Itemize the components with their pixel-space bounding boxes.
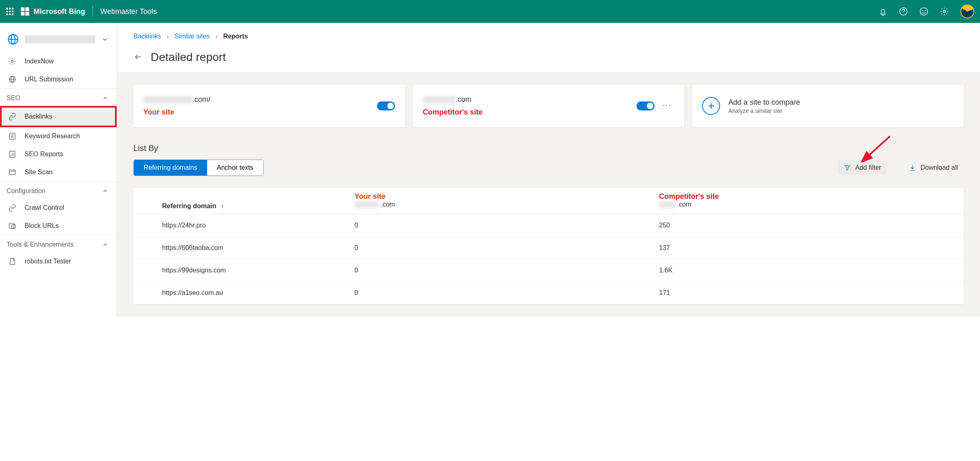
download-label: Download all [920,164,958,171]
add-subtitle: Analyze a similar site [728,108,800,114]
settings-icon[interactable] [940,7,949,16]
table-row[interactable]: https://99designs.com01.6K [133,259,964,282]
back-icon[interactable] [133,52,142,63]
group-label: Configuration [7,187,45,195]
competitor-card: .com Competitor's site ⋮ [413,85,684,127]
col-referring-domain[interactable]: Referring domain ↑ [133,202,355,210]
sidebar-item-label: IndexNow [25,58,54,65]
top-header: Microsoft Bing Webmaster Tools [0,0,980,23]
competitor-toggle[interactable] [637,101,655,110]
table-row[interactable]: https://24hr.pro0250 [133,214,964,237]
site-selector[interactable] [0,30,117,52]
download-icon [909,164,916,171]
sidebar-item-keyword[interactable]: Keyword Research [0,127,117,145]
brand-text: Microsoft Bing [34,7,85,16]
sidebar-item-seo-reports[interactable]: SEO Reports [0,145,117,163]
sidebar-item-backlinks[interactable]: Backlinks [0,106,117,127]
svg-rect-5 [12,11,14,12]
svg-rect-7 [9,13,11,15]
annotation-arrow [861,134,894,163]
group-label: Tools & Enhancements [7,241,74,248]
globe-icon [8,75,17,83]
sidebar-item-label: Keyword Research [25,133,80,140]
add-title: Add a site to compare [728,98,800,107]
sidebar-item-label: SEO Reports [25,151,63,158]
listby-segmented: Referring domains Anchor texts [133,160,264,176]
svg-rect-12 [25,12,29,16]
svg-rect-11 [21,12,25,16]
right-actions: Add filter Download all [838,161,964,175]
sidebar-group-seo[interactable]: SEO [0,88,117,106]
file-icon [8,257,17,265]
add-filter-label: Add filter [855,164,881,171]
tab-anchor-texts[interactable]: Anchor texts [207,160,263,175]
your-site-toggle[interactable] [377,101,395,110]
row-comp-value: 137 [659,244,964,252]
sidebar-item-block[interactable]: Block URLs [0,217,117,235]
site-name-redacted [25,35,95,43]
sidebar-item-indexnow[interactable]: IndexNow [0,52,117,70]
svg-rect-25 [9,170,16,175]
download-button[interactable]: Download all [903,161,964,175]
subbrand-text: Webmaster Tools [100,7,157,16]
col-comp-top: Competitor's site [659,192,964,201]
svg-rect-6 [6,13,8,15]
brand-logo[interactable]: Microsoft Bing Webmaster Tools [20,6,157,17]
sidebar-item-label: Backlinks [25,113,52,120]
row-domain: https://99designs.com [133,267,355,274]
add-site-card[interactable]: + Add a site to compare Analyze a simila… [692,85,964,127]
breadcrumb-backlinks[interactable]: Backlinks [133,33,161,40]
svg-line-28 [867,136,890,157]
competitor-domain: .com [423,95,632,104]
col-competitor[interactable]: Competitor's site .com [659,192,964,210]
tab-referring-domains[interactable]: Referring domains [134,160,207,175]
listby-section: List By Referring domains Anchor texts A… [133,144,964,304]
sidebar-item-robots[interactable]: robots.txt Tester [0,252,117,270]
sort-asc-icon: ↑ [221,202,224,209]
row-domain: https://606taoba.com [133,244,355,252]
app-launcher-icon[interactable] [6,7,14,16]
sidebar-item-label: robots.txt Tester [25,258,71,265]
scan-icon [8,168,17,176]
more-icon[interactable]: ⋮ [659,99,674,113]
sidebar-item-site-scan[interactable]: Site Scan [0,163,117,181]
table-body: https://24hr.pro0250https://606taoba.com… [133,214,964,304]
col-your-site[interactable]: Your site .com [355,192,659,210]
add-filter-button[interactable]: Add filter [838,161,887,175]
shell: IndexNow URL Submission SEO Backlinks Ke… [0,23,980,317]
chevron-right-icon: › [167,33,169,40]
competitor-label: Competitor's site [423,108,632,117]
row-domain: https://a1seo.com.au [133,289,355,297]
chevron-right-icon: › [215,33,217,40]
brand-separator [93,6,93,17]
help-icon[interactable] [899,7,908,16]
row-comp-value: 171 [659,289,964,297]
filter-icon [844,164,851,171]
your-site-card: .com/ Your site [133,85,405,127]
main-header: Backlinks › Similar sites › Reports Deta… [117,23,980,72]
svg-rect-1 [9,8,11,9]
sidebar-item-label: Crawl Control [25,204,64,211]
table-row[interactable]: https://a1seo.com.au0171 [133,282,964,304]
row-your-value: 0 [355,289,659,297]
link2-icon [8,204,17,212]
add-icon[interactable]: + [702,97,720,115]
sidebar-item-crawl[interactable]: Crawl Control [0,199,117,217]
feedback-icon[interactable] [919,7,928,16]
sidebar-item-label: URL Submission [25,76,73,83]
listby-heading: List By [133,144,964,153]
sidebar-item-url-submission[interactable]: URL Submission [0,70,117,88]
sidebar-group-tools[interactable]: Tools & Enhancements [0,235,117,252]
results-table: Referring domain ↑ Your site .com Compet… [133,188,964,304]
sidebar-group-config[interactable]: Configuration [0,181,117,199]
table-row[interactable]: https://606taoba.com0137 [133,237,964,259]
breadcrumb-similar[interactable]: Similar sites [174,33,210,40]
notifications-icon[interactable] [878,7,887,16]
gear-alt-icon [8,57,17,65]
compare-cards: .com/ Your site .com Competitor's site ⋮… [133,85,964,127]
svg-rect-4 [9,11,11,12]
sidebar-item-label: Block URLs [25,222,59,229]
svg-rect-2 [12,8,14,9]
page-title: Detailed report [151,51,226,64]
user-avatar[interactable] [960,4,974,18]
